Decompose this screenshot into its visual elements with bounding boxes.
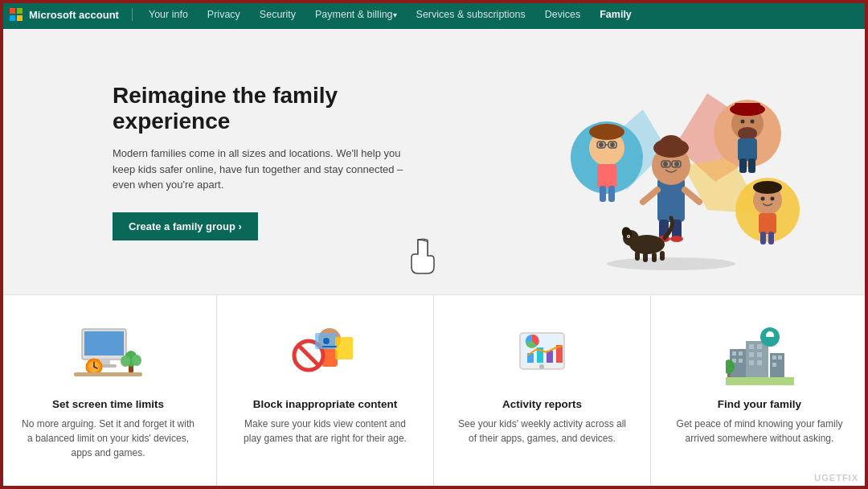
nav-your-info[interactable]: Your info [139, 0, 198, 29]
logo-text: Microsoft account [29, 9, 119, 21]
topbar: Microsoft account Your info Privacy Secu… [0, 0, 868, 29]
svg-rect-29 [759, 213, 776, 234]
svg-point-37 [674, 162, 679, 166]
svg-rect-11 [597, 164, 616, 188]
svg-rect-23 [748, 158, 755, 173]
feature-block-content-title: Block inappropriate content [253, 398, 397, 410]
hero-title: Reimagine the family experience [113, 83, 450, 134]
svg-point-5 [599, 142, 604, 147]
ms-logo-icon [10, 8, 23, 21]
svg-rect-21 [738, 138, 757, 161]
find-family-icon [723, 314, 796, 387]
feature-screen-time: Set screen time limits No more arguing. … [0, 295, 217, 489]
svg-rect-90 [739, 351, 743, 355]
watermark: UGETFIX [814, 473, 858, 483]
create-family-group-button[interactable]: Create a family group › [113, 212, 258, 240]
svg-rect-103 [772, 355, 776, 360]
svg-rect-77 [335, 337, 353, 360]
svg-point-19 [741, 120, 745, 124]
feature-block-content: Block inappropriate content Make sure yo… [217, 295, 434, 489]
svg-point-27 [761, 197, 765, 201]
svg-point-18 [738, 127, 757, 140]
hero-subtitle: Modern families come in all sizes and lo… [113, 146, 418, 193]
svg-line-45 [643, 190, 657, 202]
svg-rect-17 [735, 103, 760, 113]
block-content-icon [289, 314, 362, 387]
svg-point-26 [753, 181, 782, 194]
svg-point-64 [132, 355, 141, 366]
svg-rect-30 [760, 232, 766, 244]
feature-activity-reports: Activity reports See your kids' weekly a… [434, 295, 651, 489]
svg-rect-102 [770, 353, 784, 377]
svg-rect-97 [757, 344, 762, 349]
screen-time-icon [72, 314, 145, 387]
svg-point-87 [539, 364, 544, 369]
nav-privacy[interactable]: Privacy [198, 0, 250, 29]
features-section: Set screen time limits No more arguing. … [0, 294, 868, 489]
feature-screen-time-desc: No more arguing. Set it and forget it wi… [19, 417, 197, 460]
feature-find-family-title: Find your family [718, 398, 801, 410]
svg-rect-13 [608, 186, 615, 202]
feature-screen-time-title: Set screen time limits [52, 398, 164, 410]
feature-find-family: Find your family Get peace of mind knowi… [651, 295, 868, 489]
svg-rect-100 [749, 360, 754, 365]
svg-point-20 [751, 120, 755, 124]
svg-point-56 [607, 257, 735, 270]
svg-rect-96 [749, 344, 754, 349]
svg-rect-101 [757, 360, 762, 365]
nav-devices[interactable]: Devices [535, 0, 590, 29]
feature-activity-desc: See your kids' weekly activity across al… [453, 417, 631, 446]
nav-family[interactable]: Family [590, 0, 641, 29]
svg-rect-58 [84, 331, 124, 355]
svg-rect-31 [768, 232, 774, 244]
feature-find-family-desc: Get peace of mind knowing your family ar… [670, 417, 849, 446]
svg-line-46 [685, 190, 699, 202]
feature-activity-title: Activity reports [502, 398, 582, 410]
svg-point-78 [323, 338, 330, 344]
svg-rect-22 [739, 158, 747, 173]
svg-point-63 [121, 355, 130, 367]
feature-block-content-desc: Make sure your kids view content and pla… [236, 417, 414, 446]
svg-rect-99 [757, 352, 762, 357]
svg-rect-98 [749, 352, 754, 357]
svg-rect-71 [74, 372, 142, 376]
svg-rect-111 [726, 377, 794, 385]
family-svg [514, 53, 820, 278]
svg-point-28 [771, 197, 775, 201]
svg-line-75 [299, 346, 318, 365]
svg-rect-105 [772, 363, 776, 367]
hero-text-block: Reimagine the family experience Modern f… [113, 83, 450, 240]
svg-point-6 [610, 142, 615, 147]
cursor [410, 238, 442, 278]
svg-point-51 [628, 236, 629, 237]
nav-payment[interactable]: Payment & billing [305, 0, 407, 29]
svg-rect-12 [600, 186, 606, 202]
svg-rect-104 [778, 355, 782, 360]
svg-point-10 [589, 124, 624, 140]
svg-rect-89 [732, 351, 736, 355]
svg-point-44 [670, 236, 683, 242]
svg-point-35 [660, 135, 682, 151]
hero-section: Reimagine the family experience Modern f… [0, 29, 868, 294]
svg-rect-79 [322, 346, 337, 347]
microsoft-account-logo[interactable]: Microsoft account [10, 8, 133, 21]
activity-reports-icon [506, 314, 579, 387]
family-illustration [514, 53, 820, 278]
nav-security[interactable]: Security [250, 0, 305, 29]
svg-point-36 [663, 162, 668, 166]
nav-services[interactable]: Services & subscriptions [407, 0, 535, 29]
svg-rect-94 [739, 359, 743, 363]
